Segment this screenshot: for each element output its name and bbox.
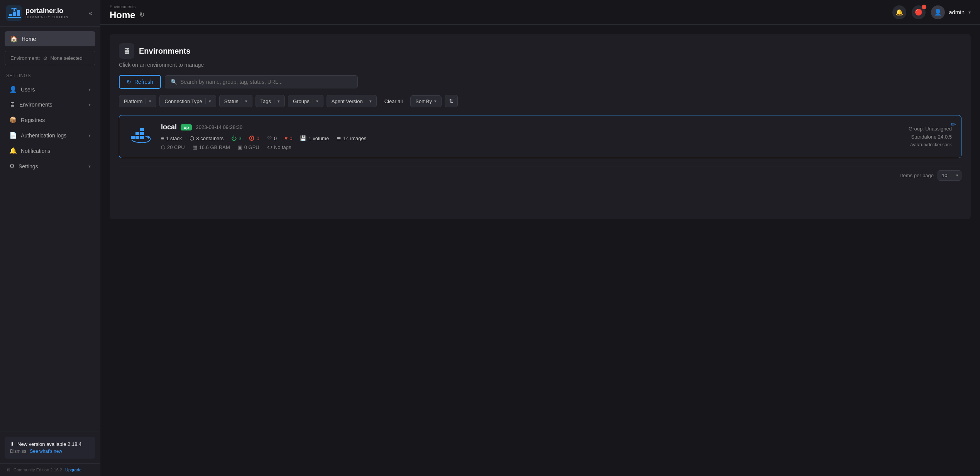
connection-type-filter-button[interactable]: Connection Type ▾ xyxy=(159,95,216,107)
update-banner: ⬇ New version available 2.18.4 Dismiss S… xyxy=(5,437,95,459)
environments-icon: 🖥 xyxy=(9,101,15,108)
sort-by-button[interactable]: Sort By ▾ xyxy=(410,95,442,107)
tags-label: No tags xyxy=(274,144,291,150)
agent-version-chevron-icon: ▾ xyxy=(369,99,372,104)
platform-chevron-icon: ▾ xyxy=(149,99,151,104)
groups-filter-button[interactable]: Groups ▾ xyxy=(288,95,323,107)
top-bar-actions: 🔔 🔴 👤 admin ▾ xyxy=(892,5,971,19)
containers-stat: ⬡ 3 containers xyxy=(190,135,223,141)
svg-rect-7 xyxy=(135,136,139,139)
update-title-text: New version available 2.18.4 xyxy=(17,441,81,447)
gpu-resource: ▣ 0 GPU xyxy=(238,144,259,150)
search-box: 🔍 xyxy=(165,75,358,88)
items-per-page-select[interactable]: 10 25 50 100 xyxy=(938,170,961,181)
connection-type-label: Connection Type xyxy=(164,98,202,104)
svg-rect-9 xyxy=(135,132,139,135)
environments-card: 🖥 Environments Click on an environment t… xyxy=(110,34,971,219)
settings-section-label: Settings xyxy=(0,70,100,81)
main-content: Environments Home ↻ 🔔 🔴 👤 admin ▾ xyxy=(100,0,980,476)
section-header: 🖥 Environments xyxy=(119,43,961,59)
notifications-icon: 🔔 xyxy=(9,147,17,154)
svg-rect-10 xyxy=(140,132,144,135)
status-filter-label: Status xyxy=(224,98,239,104)
svg-rect-1 xyxy=(9,14,12,16)
settings-chevron-icon: ▾ xyxy=(88,164,91,169)
env-none-label: None selected xyxy=(51,55,83,61)
sidebar-item-environments[interactable]: 🖥 Environments ▾ xyxy=(3,97,97,112)
auth-logs-chevron-icon: ▾ xyxy=(88,133,91,138)
healthy-icon: ♥ xyxy=(284,135,288,141)
notifications-bell-button[interactable]: 🔔 xyxy=(892,5,906,19)
svg-rect-4 xyxy=(8,17,21,18)
home-icon: 🏠 xyxy=(10,35,18,42)
sidebar-item-registries[interactable]: 📦 Registries xyxy=(3,112,97,127)
environment-card-local[interactable]: local up 2023-08-14 09:28:30 ≡ 1 stack ⬡… xyxy=(119,115,961,158)
status-chevron-icon: ▾ xyxy=(245,99,247,104)
status-filter-button[interactable]: Status ▾ xyxy=(219,95,252,107)
socket-path: /var/run/docker.sock xyxy=(911,142,952,147)
refresh-button[interactable]: ↻ Refresh xyxy=(119,75,161,89)
paused-count: 0 xyxy=(274,136,277,141)
svg-rect-5 xyxy=(14,8,15,11)
clear-all-button[interactable]: Clear all xyxy=(380,96,408,107)
sort-by-chevron-icon: ▾ xyxy=(434,99,437,104)
auth-logs-icon: 📄 xyxy=(9,132,17,139)
users-label: Users xyxy=(21,86,35,93)
running-stat: ⏻ 3 xyxy=(231,135,241,141)
brand-name: portainer.io xyxy=(25,7,68,15)
environments-section-icon: 🖥 xyxy=(119,43,134,59)
stopped-icon: ⏼ xyxy=(249,135,254,141)
edit-environment-button[interactable]: ✏ xyxy=(951,121,956,128)
tags-filter-button[interactable]: Tags ▾ xyxy=(256,95,285,107)
see-whats-new-link[interactable]: See what's new xyxy=(30,449,62,454)
agent-version-label: Agent Version xyxy=(332,98,363,104)
tags-chevron-icon: ▾ xyxy=(278,99,280,104)
footer-edition: Community Edition 2.16.2 xyxy=(14,468,62,472)
sort-direction-button[interactable]: ⇅ xyxy=(445,95,458,107)
cpu-resource: ⬡ 20 CPU xyxy=(161,144,185,150)
alert-badge xyxy=(922,5,926,9)
upgrade-link[interactable]: Upgrade xyxy=(65,468,81,472)
stacks-icon: ≡ xyxy=(161,135,164,141)
logo-text: portainer.io COMMUNITY EDITION xyxy=(25,7,68,19)
connection-type-chevron-icon: ▾ xyxy=(209,99,211,104)
page-refresh-icon[interactable]: ↻ xyxy=(139,11,144,19)
env-info: local up 2023-08-14 09:28:30 ≡ 1 stack ⬡… xyxy=(161,123,867,150)
healthy-stat: ♥ 0 xyxy=(284,135,293,141)
dismiss-label[interactable]: Dismiss xyxy=(10,449,26,454)
svg-rect-6 xyxy=(131,136,135,139)
user-area[interactable]: 👤 admin ▾ xyxy=(931,5,971,19)
environment-selector[interactable]: Environment: ⊘ None selected xyxy=(5,51,95,65)
sidebar-item-notifications[interactable]: 🔔 Notifications xyxy=(3,143,97,158)
logo-area: portainer.io COMMUNITY EDITION xyxy=(6,5,68,21)
env-resources-row: ⬡ 20 CPU ▦ 16.6 GB RAM ▣ 0 GPU 🏷 xyxy=(161,144,867,150)
images-label: 14 images xyxy=(343,136,366,141)
collapse-button[interactable]: « xyxy=(87,8,94,18)
svg-rect-11 xyxy=(140,128,144,131)
user-name-label: admin xyxy=(949,9,965,15)
tags-icon: 🏷 xyxy=(267,144,272,150)
edition-label: COMMUNITY EDITION xyxy=(25,15,68,19)
toolbar: ↻ Refresh 🔍 xyxy=(119,75,961,89)
user-chevron-icon: ▾ xyxy=(968,10,971,15)
ram-icon: ▦ xyxy=(193,144,197,150)
alerts-button[interactable]: 🔴 xyxy=(912,5,926,19)
sidebar-item-users[interactable]: 👤 Users ▾ xyxy=(3,82,97,97)
sidebar-item-settings[interactable]: ⚙ Settings ▾ xyxy=(3,159,97,174)
gpu-icon: ▣ xyxy=(238,144,242,150)
registries-label: Registries xyxy=(21,117,45,123)
settings-label: Settings xyxy=(19,163,38,169)
update-download-icon: ⬇ xyxy=(10,441,14,447)
search-input[interactable] xyxy=(180,79,352,85)
users-chevron-icon: ▾ xyxy=(88,87,91,92)
sidebar-item-auth-logs[interactable]: 📄 Authentication logs ▾ xyxy=(3,128,97,143)
platform-filter-button[interactable]: Platform ▾ xyxy=(119,95,156,107)
env-timestamp: 2023-08-14 09:28:30 xyxy=(196,124,242,130)
env-name: local xyxy=(161,123,177,131)
status-badge: up xyxy=(181,124,192,130)
running-count: 3 xyxy=(239,136,241,141)
click-hint: Click on an environment to manage xyxy=(119,62,961,68)
auth-logs-label: Authentication logs xyxy=(21,132,66,139)
agent-version-filter-button[interactable]: Agent Version ▾ xyxy=(327,95,377,107)
sidebar-item-home[interactable]: 🏠 Home xyxy=(5,31,95,46)
